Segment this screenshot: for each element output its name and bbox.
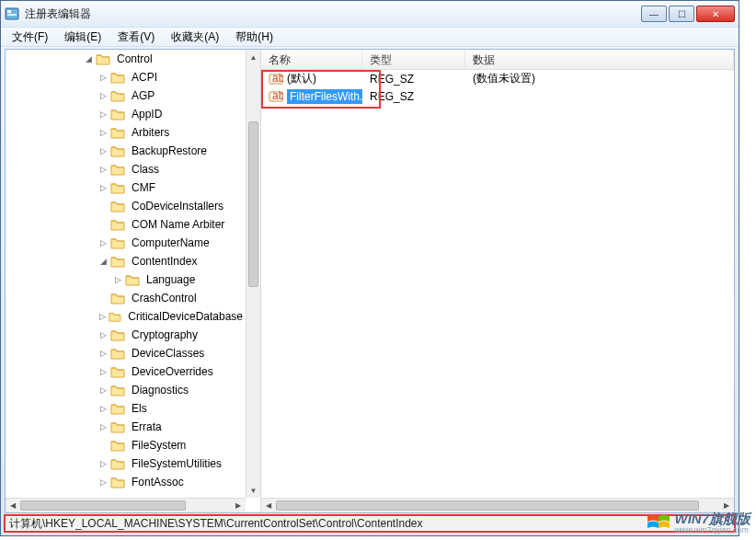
tree-node-label: COM Name Arbiter (129, 217, 227, 232)
tree-node-label: DeviceOverrides (129, 364, 216, 379)
tree-node[interactable]: ▷ComputerName (6, 234, 246, 252)
expand-caret-icon[interactable]: ◢ (97, 256, 109, 267)
statusbar: 计算机\HKEY_LOCAL_MACHINE\SYSTEM\CurrentCon… (5, 515, 735, 532)
expand-caret-icon[interactable]: ▷ (97, 237, 109, 248)
tree-hscrollbar[interactable]: ◀ ▶ (6, 498, 246, 512)
tree-node-label: CMF (129, 180, 158, 195)
column-type[interactable]: 类型 (362, 50, 465, 69)
tree-node[interactable]: ▷CriticalDeviceDatabase (6, 307, 246, 326)
menu-1[interactable]: 编辑(E) (57, 28, 109, 47)
expand-caret-icon[interactable]: ▷ (97, 421, 109, 432)
tree-node[interactable]: ▷Cryptography (6, 326, 246, 344)
menu-3[interactable]: 收藏夹(A) (164, 28, 226, 47)
window-buttons: — ☐ ✕ (641, 6, 735, 22)
column-data[interactable]: 数据 (465, 50, 734, 69)
scroll-thumb[interactable] (20, 500, 186, 511)
list-row[interactable]: ab(默认)REG_SZ(数值未设置) (261, 70, 734, 87)
tree-node[interactable]: ◢Control (6, 50, 246, 68)
expand-caret-icon[interactable]: ▷ (97, 127, 109, 138)
list-row[interactable]: abFilterFilesWith...REG_SZ (261, 87, 734, 105)
tree-node-label: FileSystem (129, 438, 189, 453)
cell-name: ab(默认) (261, 71, 362, 86)
tree-node[interactable]: ▷Arbiters (6, 123, 246, 142)
expand-caret-icon[interactable]: ▷ (97, 164, 109, 175)
tree-node[interactable]: ▷FileSystemUtilities (6, 454, 246, 473)
scroll-thumb[interactable] (248, 121, 258, 287)
scroll-right-icon[interactable]: ▶ (231, 499, 246, 512)
expand-caret-icon[interactable]: ▷ (97, 182, 109, 193)
tree-node[interactable]: ▷COM Name Arbiter (6, 215, 246, 234)
tree-node[interactable]: ▷Diagnostics (6, 381, 246, 399)
cell-name: abFilterFilesWith... (261, 89, 362, 104)
tree-node[interactable]: ▷Class (6, 160, 246, 178)
tree-node[interactable]: ▷FontAssoc (6, 473, 246, 491)
expand-caret-icon[interactable]: ▷ (97, 72, 109, 83)
tree-node-label: CoDeviceInstallers (129, 199, 226, 213)
menu-2[interactable]: 查看(V) (110, 28, 162, 47)
expand-caret-icon[interactable]: ▷ (97, 109, 109, 120)
regedit-window: 注册表编辑器 — ☐ ✕ 文件(F)编辑(E)查看(V)收藏夹(A)帮助(H) … (0, 0, 739, 536)
list-hscrollbar[interactable]: ◀ ▶ (261, 498, 734, 512)
statusbar-path: 计算机\HKEY_LOCAL_MACHINE\SYSTEM\CurrentCon… (9, 516, 423, 532)
tree-node[interactable]: ▷BackupRestore (6, 142, 246, 160)
maximize-button[interactable]: ☐ (669, 6, 694, 22)
expand-caret-icon[interactable]: ▷ (97, 385, 109, 396)
scroll-left-icon[interactable]: ◀ (6, 499, 20, 512)
expand-caret-icon[interactable]: ▷ (97, 90, 109, 101)
tree-node-label: ContentIndex (129, 254, 200, 269)
tree-node-label: AppID (129, 107, 165, 121)
tree-scroll: ◢Control▷ACPI▷AGP▷AppID▷Arbiters▷BackupR… (6, 50, 260, 512)
windows-flag-icon (646, 512, 671, 533)
close-button[interactable]: ✕ (696, 6, 735, 22)
expand-caret-icon[interactable]: ▷ (97, 458, 109, 469)
list-header: 名称 类型 数据 (261, 50, 734, 70)
tree-node[interactable]: ▷Language (6, 270, 246, 289)
menu-0[interactable]: 文件(F) (5, 28, 55, 47)
tree-node-label: Language (143, 272, 198, 287)
tree-node-label: Els (129, 401, 150, 416)
tree-node[interactable]: ▷DeviceOverrides (6, 362, 246, 381)
tree-pane: ◢Control▷ACPI▷AGP▷AppID▷Arbiters▷BackupR… (6, 50, 261, 512)
list-body[interactable]: ab(默认)REG_SZ(数值未设置)abFilterFilesWith...R… (261, 70, 734, 512)
tree-node-label: CriticalDeviceDatabase (125, 309, 246, 324)
svg-rect-2 (7, 14, 17, 16)
tree-node[interactable]: ▷CMF (6, 178, 246, 197)
expand-caret-icon[interactable]: ▷ (97, 366, 109, 377)
tree-node-label: Diagnostics (129, 383, 191, 397)
tree-vscrollbar[interactable]: ▲ ▼ (246, 50, 260, 498)
scroll-left-icon[interactable]: ◀ (261, 499, 276, 512)
watermark: WIN7旗舰版 www.win7qijian.com (646, 511, 751, 534)
tree-node[interactable]: ▷AppID (6, 105, 246, 123)
svg-text:ab: ab (272, 72, 283, 85)
tree-node-label: Class (129, 162, 162, 177)
menu-4[interactable]: 帮助(H) (228, 28, 281, 47)
tree-node[interactable]: ▷CrashControl (6, 289, 246, 307)
tree-node[interactable]: ▷Els (6, 399, 246, 418)
tree-node[interactable]: ▷Errata (6, 418, 246, 436)
expand-caret-icon[interactable]: ▷ (97, 348, 109, 359)
expand-caret-icon[interactable]: ▷ (97, 329, 109, 340)
tree-node[interactable]: ▷ACPI (6, 68, 246, 86)
tree-node[interactable]: ▷AGP (6, 86, 246, 105)
watermark-title: WIN7旗舰版 (675, 511, 751, 526)
expand-caret-icon[interactable]: ▷ (97, 403, 109, 414)
scroll-thumb[interactable] (276, 500, 699, 511)
expand-caret-icon[interactable]: ◢ (83, 53, 94, 64)
tree-node[interactable]: ▷FileSystem (6, 436, 246, 454)
scroll-down-icon[interactable]: ▼ (246, 483, 260, 498)
tree-node[interactable]: ▷DeviceClasses (6, 344, 246, 362)
expand-caret-icon[interactable]: ▷ (97, 145, 109, 156)
tree-node-label: ACPI (129, 70, 160, 85)
tree-node-label: Control (114, 52, 155, 66)
tree-node[interactable]: ◢ContentIndex (6, 252, 246, 270)
tree-body[interactable]: ◢Control▷ACPI▷AGP▷AppID▷Arbiters▷BackupR… (6, 50, 246, 498)
tree-node[interactable]: ▷CoDeviceInstallers (6, 197, 246, 215)
svg-rect-1 (7, 10, 11, 13)
expand-caret-icon[interactable]: ▷ (97, 311, 107, 322)
expand-caret-icon[interactable]: ▷ (112, 274, 123, 285)
menubar: 文件(F)编辑(E)查看(V)收藏夹(A)帮助(H) (1, 27, 739, 47)
expand-caret-icon[interactable]: ▷ (97, 477, 109, 488)
column-name[interactable]: 名称 (261, 50, 362, 69)
scroll-up-icon[interactable]: ▲ (246, 50, 260, 64)
minimize-button[interactable]: — (641, 6, 667, 22)
